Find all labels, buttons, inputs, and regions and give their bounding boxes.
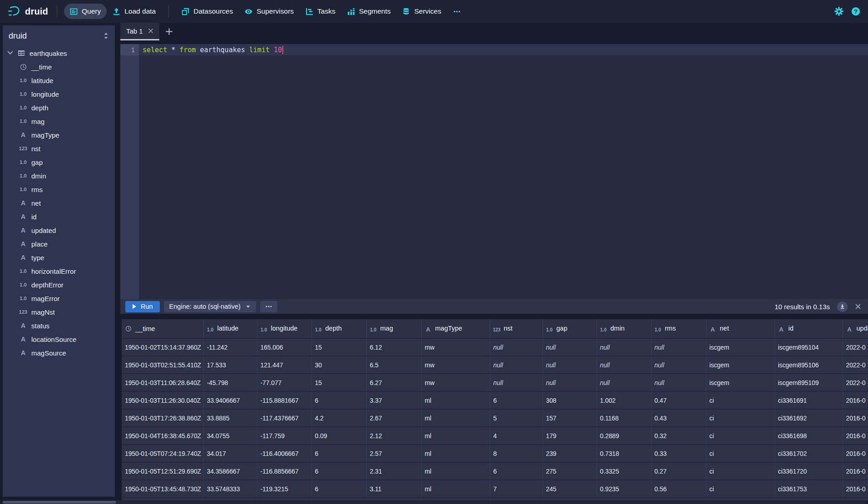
column-item-status[interactable]: Astatus xyxy=(3,319,115,332)
table-cell[interactable]: null xyxy=(597,338,651,356)
table-cell[interactable]: iscgem895109 xyxy=(774,374,843,391)
table-cell[interactable]: ci xyxy=(706,391,774,409)
table-cell[interactable]: -116.4006667 xyxy=(257,445,311,462)
table-cell[interactable]: ml xyxy=(421,480,490,498)
table-cell[interactable]: null xyxy=(597,356,651,374)
column-item-net[interactable]: Anet xyxy=(3,196,115,210)
table-cell[interactable]: -116.8856667 xyxy=(257,462,311,480)
table-cell[interactable]: 34.3586667 xyxy=(203,462,257,480)
table-cell[interactable]: 34.017 xyxy=(203,445,257,462)
column-header-__time[interactable]: __time xyxy=(122,319,203,338)
table-cell[interactable]: iscgem895104 xyxy=(774,338,843,356)
table-cell[interactable]: 245 xyxy=(542,480,597,498)
table-cell[interactable]: 275 xyxy=(542,462,597,480)
sql-editor[interactable]: 1 select * from earthquakes limit 10 xyxy=(120,44,868,299)
table-cell[interactable]: ci xyxy=(706,480,774,498)
table-cell[interactable]: 6.5 xyxy=(366,356,421,374)
column-item-magError[interactable]: 1.0magError xyxy=(3,292,115,305)
query-more-options-button[interactable] xyxy=(260,301,277,312)
column-item-magType[interactable]: AmagType xyxy=(3,128,115,142)
column-header-gap[interactable]: 1.0gap xyxy=(542,319,597,338)
table-cell[interactable]: 2.67 xyxy=(366,409,421,427)
table-cell[interactable]: 4.2 xyxy=(311,409,366,427)
table-cell[interactable]: 2016-0 xyxy=(843,409,868,427)
table-cell[interactable]: iscgem895106 xyxy=(774,356,843,374)
table-cell[interactable]: 1950-01-05T12:51:29.690Z xyxy=(122,462,203,480)
table-cell[interactable]: 3.37 xyxy=(366,391,421,409)
column-item-dmin[interactable]: 1.0dmin xyxy=(3,169,115,183)
table-cell[interactable]: 0.9235 xyxy=(597,480,651,498)
table-cell[interactable]: ml xyxy=(421,427,490,445)
table-cell[interactable]: ci3361691 xyxy=(774,391,843,409)
settings-button[interactable] xyxy=(834,6,844,16)
table-cell[interactable]: 0.7318 xyxy=(597,445,651,462)
table-item-earthquakes[interactable]: earthquakes xyxy=(3,46,115,60)
table-cell[interactable]: 15 xyxy=(311,338,366,356)
column-header-net[interactable]: Anet xyxy=(706,319,774,338)
table-cell[interactable]: 6 xyxy=(490,391,542,409)
table-cell[interactable]: 2.31 xyxy=(366,462,421,480)
table-cell[interactable]: ml xyxy=(421,462,490,480)
table-cell[interactable]: iscgem xyxy=(706,374,774,391)
table-cell[interactable]: 3.11 xyxy=(366,480,421,498)
table-cell[interactable]: 1950-01-03T17:26:38.860Z xyxy=(122,409,203,427)
table-cell[interactable]: 6.27 xyxy=(366,374,421,391)
table-cell[interactable]: null xyxy=(651,338,706,356)
table-cell[interactable]: 1950-01-05T13:45:48.730Z xyxy=(122,480,203,498)
table-cell[interactable]: null xyxy=(651,356,706,374)
column-item-latitude[interactable]: 1.0latitude xyxy=(3,74,115,87)
nav-item-segments[interactable]: Segments xyxy=(341,4,397,19)
table-cell[interactable]: 6 xyxy=(311,480,366,498)
column-item-gap[interactable]: 1.0gap xyxy=(3,155,115,169)
table-cell[interactable]: 0.43 xyxy=(651,409,706,427)
column-item-updated[interactable]: Aupdated xyxy=(3,223,115,237)
nav-item-services[interactable]: Services xyxy=(396,4,447,19)
table-cell[interactable]: null xyxy=(490,338,542,356)
help-button[interactable]: ? xyxy=(851,6,861,16)
table-cell[interactable]: -45.798 xyxy=(203,374,257,391)
column-item-id[interactable]: Aid xyxy=(3,210,115,223)
table-cell[interactable]: -117.4376667 xyxy=(257,409,311,427)
column-item-mag[interactable]: 1.0mag xyxy=(3,114,115,128)
table-cell[interactable]: null xyxy=(597,374,651,391)
table-cell[interactable]: -77.077 xyxy=(257,374,311,391)
table-cell[interactable]: 0.27 xyxy=(651,462,706,480)
column-item-magNst[interactable]: 123magNst xyxy=(3,305,115,319)
table-cell[interactable]: 0.32 xyxy=(651,427,706,445)
table-cell[interactable]: 30 xyxy=(311,356,366,374)
table-cell[interactable]: 2022-0 xyxy=(843,356,868,374)
table-cell[interactable]: 239 xyxy=(542,445,597,462)
column-item-horizontalError[interactable]: 1.0horizontalError xyxy=(3,264,115,278)
table-cell[interactable]: -119.3215 xyxy=(257,480,311,498)
table-cell[interactable]: iscgem xyxy=(706,338,774,356)
column-item-depthError[interactable]: 1.0depthError xyxy=(3,278,115,292)
table-cell[interactable]: 1.002 xyxy=(597,391,651,409)
column-header-latitude[interactable]: 1.0latitude xyxy=(203,319,257,338)
nav-item-supervisors[interactable]: Supervisors xyxy=(239,4,300,19)
table-cell[interactable]: 165.006 xyxy=(257,338,311,356)
table-cell[interactable]: null xyxy=(542,374,597,391)
table-cell[interactable]: 2022-0 xyxy=(843,338,868,356)
column-item-nst[interactable]: 123nst xyxy=(3,142,115,155)
table-cell[interactable]: 15 xyxy=(311,374,366,391)
column-item-magSource[interactable]: AmagSource xyxy=(3,346,115,360)
table-cell[interactable]: 17.533 xyxy=(203,356,257,374)
table-cell[interactable]: null xyxy=(542,356,597,374)
table-cell[interactable]: ci3361702 xyxy=(774,445,843,462)
table-cell[interactable]: 0.33 xyxy=(651,445,706,462)
table-cell[interactable]: 6 xyxy=(311,391,366,409)
table-cell[interactable]: iscgem xyxy=(706,356,774,374)
column-item-depth[interactable]: 1.0depth xyxy=(3,101,115,114)
column-header-mag[interactable]: 1.0mag xyxy=(366,319,421,338)
table-cell[interactable]: null xyxy=(651,374,706,391)
table-cell[interactable]: 1950-01-03T11:26:30.040Z xyxy=(122,391,203,409)
table-cell[interactable]: 2.57 xyxy=(366,445,421,462)
table-cell[interactable]: ml xyxy=(421,445,490,462)
table-cell[interactable]: 1950-01-05T07:24:19.740Z xyxy=(122,445,203,462)
table-cell[interactable]: 6 xyxy=(311,445,366,462)
table-cell[interactable]: 6 xyxy=(490,462,542,480)
column-header-depth[interactable]: 1.0depth xyxy=(311,319,366,338)
column-header-nst[interactable]: 123nst xyxy=(490,319,542,338)
table-cell[interactable]: null xyxy=(542,338,597,356)
column-header-magType[interactable]: AmagType xyxy=(421,319,490,338)
